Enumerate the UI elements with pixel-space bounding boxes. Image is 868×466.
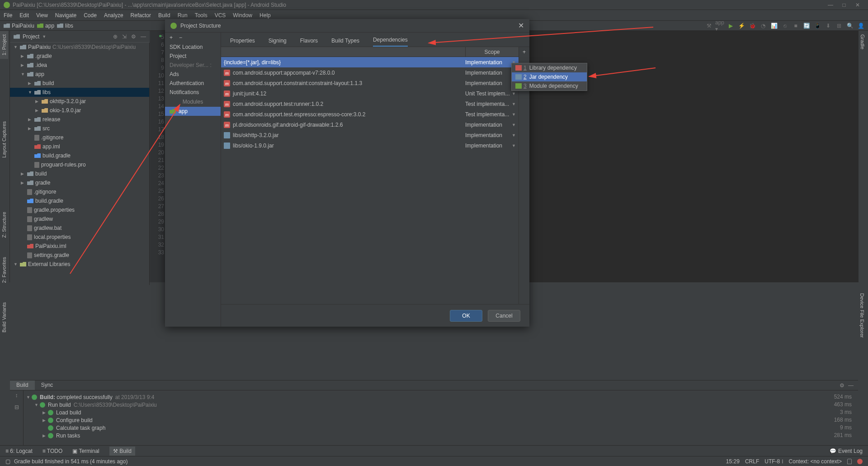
popup-label: Module dependency [529,83,578,89]
popup-label: Library dependency [529,65,577,71]
dropdown-icon: ▼ [512,123,516,127]
tab-dependencies[interactable]: Dependencies [373,37,408,47]
jar-icon [224,132,230,138]
dependency-name: junit:junit:4.12 [233,90,465,97]
maven-icon: m [224,90,230,97]
add-dependency-popup: 1Library dependency2Jar dependency3Modul… [511,63,587,91]
scope-selector[interactable]: Test implementa...▼ [465,101,516,107]
dependency-name: com.android.support:appcompat-v7:28.0.0 [233,70,465,76]
dependency-name: com.android.support.constraint:constrain… [233,80,465,86]
popup-shortcut: 1 [524,65,527,71]
dependency-row[interactable]: mcom.android.support.constraint:constrai… [221,78,519,88]
dropdown-icon: ▼ [512,91,516,96]
dependencies-table: Scope {include=[*.jar], dir=libs}Impleme… [221,47,529,304]
popup-shortcut: 2 [524,74,527,80]
dependency-row[interactable]: mcom.android.support.test:runner:1.0.2Te… [221,99,519,109]
tab-build-types[interactable]: Build Types [331,38,359,47]
dependency-row[interactable]: mcom.android.support:appcompat-v7:28.0.0… [221,67,519,78]
scope-selector[interactable]: Implementation▼ [465,143,516,149]
dialog-title-bar[interactable]: Project Structure ✕ [165,19,529,33]
module-label: app [179,108,188,114]
popup-icon [515,74,522,80]
close-icon[interactable]: ✕ [518,21,524,30]
maven-icon: m [224,80,230,86]
dependency-name: com.android.support.test.espresso:espres… [233,111,465,118]
scope-selector[interactable]: Implementation▼ [465,80,516,86]
remove-icon[interactable]: − [179,34,182,41]
maven-icon: m [224,122,230,128]
dependency-row[interactable]: libs/okio-1.9.0.jarImplementation▼ [221,140,519,151]
scope-selector[interactable]: Unit Test implem...▼ [465,90,516,97]
dropdown-icon: ▼ [512,102,516,106]
android-studio-icon [170,23,177,29]
popup-item-library-dependency[interactable]: 1Library dependency [512,63,587,72]
popup-item-jar-dependency[interactable]: 2Jar dependency [512,72,587,81]
scope-selector[interactable]: Implementation▼ [465,122,516,128]
scope-selector[interactable]: Implementation▼ [465,59,516,66]
cat-notifications[interactable]: Notifications [165,88,221,97]
dep-header: Scope [221,47,519,57]
dep-name-column [221,47,465,57]
dependency-row[interactable]: mjunit:junit:4.12Unit Test implem...▼ [221,88,519,99]
popup-icon [515,65,522,71]
scope-selector[interactable]: Implementation▼ [465,70,516,76]
dialog-tabs: Properties Signing Flavors Build Types D… [221,33,529,47]
dependency-name: libs/okhttp-3.2.0.jar [233,132,465,138]
sidebar-add-remove: + − [165,33,221,43]
svg-line-2 [589,68,656,76]
dependency-name: pl.droidsonroids.gif:android-gif-drawabl… [233,122,465,128]
maven-icon: m [224,111,230,118]
cat-project[interactable]: Project [165,52,221,61]
scope-selector[interactable]: Implementation▼ [465,132,516,138]
cat-authentication[interactable]: Authentication [165,79,221,88]
dropdown-icon: ▼ [512,143,516,148]
dialog-footer: OK Cancel [221,304,529,327]
dependency-row[interactable]: libs/okhttp-3.2.0.jarImplementation▼ [221,130,519,140]
modules-header: Modules [165,97,221,107]
cancel-button[interactable]: Cancel [488,310,520,322]
module-app[interactable]: app [165,107,221,116]
tab-properties[interactable]: Properties [230,38,255,47]
dependency-name: {include=[*.jar], dir=libs} [224,59,465,66]
dialog-main: Properties Signing Flavors Build Types D… [221,33,529,327]
folder-icon [170,109,176,114]
dep-list[interactable]: Scope {include=[*.jar], dir=libs}Impleme… [221,47,519,304]
jar-icon [224,143,230,149]
popup-label: Jar dependency [529,74,568,80]
dependency-row[interactable]: mpl.droidsonroids.gif:android-gif-drawab… [221,119,519,130]
tab-signing[interactable]: Signing [269,38,287,47]
ok-button[interactable]: OK [450,310,482,322]
dialog-sidebar: + − SDK Location Project Developer Ser..… [165,33,221,327]
maven-icon: m [224,70,230,76]
dialog-title: Project Structure [180,23,221,29]
popup-icon [515,83,522,89]
dropdown-icon: ▼ [512,133,516,138]
add-icon[interactable]: + [170,34,173,41]
cat-sdk-location[interactable]: SDK Location [165,43,221,52]
cat-dev-services[interactable]: Developer Ser... : [165,61,221,70]
dependency-row[interactable]: {include=[*.jar], dir=libs}Implementatio… [221,57,519,67]
tab-flavors[interactable]: Flavors [300,38,318,47]
dialog-body: + − SDK Location Project Developer Ser..… [165,33,529,327]
scope-selector[interactable]: Test implementa...▼ [465,111,516,118]
dependency-row[interactable]: mcom.android.support.test.espresso:espre… [221,109,519,119]
annotation-arrow-3 [585,66,658,79]
dep-scope-column: Scope [465,47,519,57]
add-dependency-icon[interactable]: + [523,49,526,55]
cat-ads[interactable]: Ads [165,70,221,79]
svg-line-0 [70,105,180,274]
maven-icon: m [224,101,230,107]
overlay: Project Structure ✕ + − SDK Location Pro… [0,0,868,466]
popup-item-module-dependency[interactable]: 3Module dependency [512,81,587,90]
dependency-name: libs/okio-1.9.0.jar [233,143,465,149]
dropdown-icon: ▼ [512,112,516,117]
popup-shortcut: 3 [524,83,527,89]
project-structure-dialog: Project Structure ✕ + − SDK Location Pro… [165,19,529,327]
dependency-name: com.android.support.test:runner:1.0.2 [233,101,465,107]
